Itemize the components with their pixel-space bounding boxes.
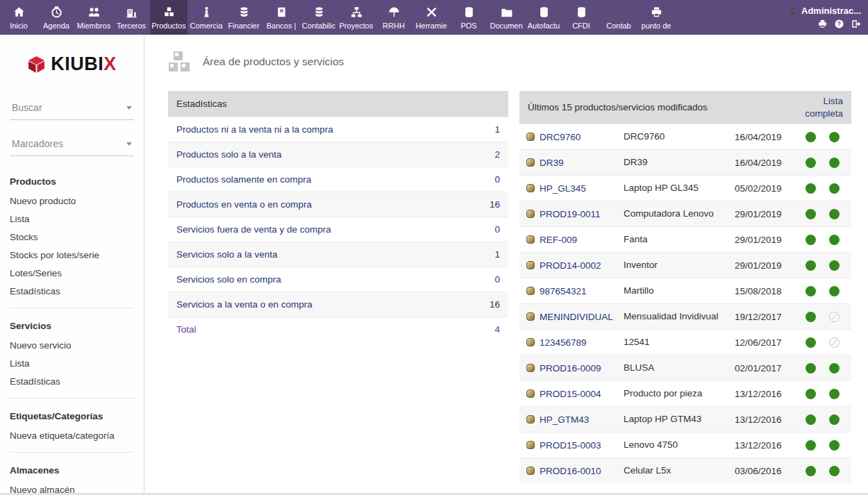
stats-row-label[interactable]: Productos solo a la venta [176, 149, 282, 160]
nav-item-punto-de[interactable]: punto de [637, 0, 675, 35]
nav-item-pos[interactable]: POS [450, 0, 487, 35]
stats-total-value[interactable]: 4 [494, 324, 500, 335]
stats-row: Productos solamente en compra0 [168, 167, 508, 192]
nav-item-herramie[interactable]: Herramie [412, 0, 450, 35]
product-ref-link[interactable]: PROD14-0002 [540, 260, 601, 271]
nav-item-bancos[interactable]: Bancos | [262, 0, 300, 35]
sidebar-header-servicios[interactable]: Servicios [10, 314, 134, 336]
table-row: PROD15-0003Lenovo 475013/12/2016 [519, 432, 851, 458]
nav-item-comercia[interactable]: Comercia [187, 0, 225, 35]
stats-row-label[interactable]: Productos solamente en compra [176, 174, 311, 185]
sidebar-item-stocks-por-lotes-serie[interactable]: Stocks por lotes/serie [10, 246, 134, 264]
nav-item-contabilic[interactable]: Contabilic [300, 0, 337, 35]
product-ref-link[interactable]: DR39 [540, 158, 564, 168]
product-label: Inventor [624, 259, 735, 271]
bookmarks-dropdown[interactable]: Marcadores [10, 134, 134, 156]
nav-item-cfdi[interactable]: CFDI [562, 0, 600, 35]
full-list-link[interactable]: Lista completa [799, 95, 843, 119]
nav-item-productos[interactable]: Productos [150, 0, 187, 35]
nav-item-miembros[interactable]: Miembros [75, 0, 112, 35]
sidebar-item-lista[interactable]: Lista [10, 210, 134, 228]
nav-item-financier[interactable]: Financier [225, 0, 262, 35]
stats-total-label[interactable]: Total [176, 324, 197, 335]
product-date: 16/04/2019 [735, 158, 794, 168]
product-label: Producto por pieza [624, 387, 735, 400]
stats-row-value[interactable]: 16 [490, 299, 500, 310]
search-dropdown[interactable]: Buscar [10, 98, 134, 120]
brand-x: X [103, 53, 117, 74]
nav-item-agenda[interactable]: Agenda [37, 0, 75, 35]
nav-item-label: Agenda [43, 22, 69, 30]
product-label: Fanta [624, 233, 735, 246]
stats-row-label[interactable]: Servicios fuera de venta y de compra [176, 224, 331, 235]
sell-status-cell [794, 235, 826, 245]
stats-row-value[interactable]: 1 [494, 249, 500, 260]
stats-row-value[interactable]: 0 [494, 174, 500, 185]
sell-status-dot [806, 312, 816, 322]
product-ref-link[interactable]: PROD15-0003 [540, 440, 601, 451]
user-menu[interactable]: Administrac... [787, 6, 861, 16]
nav-item-proyectos[interactable]: Proyectos [337, 0, 375, 35]
stats-row-label[interactable]: Servicios solo en compra [176, 274, 281, 285]
product-date: 29/01/2019 [735, 235, 794, 245]
recent-panel-header: Últimos 15 productos/servicios modificad… [519, 91, 851, 124]
nav-item-contab[interactable]: Contab [600, 0, 637, 35]
logout-icon[interactable] [851, 19, 861, 29]
sell-status-dot [806, 235, 816, 245]
nav-item-inicio[interactable]: Inicio [0, 0, 37, 35]
sidebar-item-nuevo-servicio[interactable]: Nuevo servicio [10, 336, 134, 354]
finance-icon [237, 6, 251, 19]
stats-rows: Productos ni a la venta ni a la compra1P… [168, 117, 508, 342]
stats-row-label[interactable]: Productos en venta o en compra [176, 199, 312, 210]
stats-row-label[interactable]: Servicios a la venta o en compra [176, 299, 312, 310]
sidebar-item-stocks[interactable]: Stocks [10, 228, 134, 246]
printer-icon[interactable] [817, 19, 828, 29]
nav-item-terceros[interactable]: Terceros [112, 0, 150, 35]
buy-status-cell [826, 132, 844, 142]
sidebar-item-nueva-etiqueta-categoria[interactable]: Nueva etiqueta/categoría [10, 426, 134, 444]
product-ref-link[interactable]: HP_GTM43 [540, 414, 589, 425]
table-row: PROD14-0002Inventor29/01/2019 [519, 252, 851, 278]
stats-row-value[interactable]: 0 [494, 224, 500, 235]
sidebar-header-etiquetas-categorias[interactable]: Etiquetas/Categorías [10, 405, 134, 426]
nav-item-rrhh[interactable]: RRHH [375, 0, 412, 35]
product-date: 29/01/2019 [735, 209, 794, 219]
product-ref-link[interactable]: HP_GL345 [540, 183, 586, 194]
sidebar-item-estadisticas[interactable]: Estadísticas [10, 372, 134, 390]
stats-row-value[interactable]: 0 [494, 274, 500, 285]
sell-status-dot [806, 440, 816, 451]
stats-row-label[interactable]: Servicios solo a la venta [176, 249, 278, 260]
stats-row-value[interactable]: 1 [494, 124, 500, 135]
product-ref-link[interactable]: PROD19-0011 [540, 209, 601, 219]
buy-status-cell [826, 158, 844, 168]
sidebar-header-almacenes[interactable]: Almacenes [10, 459, 134, 480]
sidebar-item-nuevo-producto[interactable]: Nuevo producto [10, 192, 134, 210]
product-ref-link[interactable]: REF-009 [540, 235, 577, 245]
sidebar-item-lista[interactable]: Lista [10, 354, 134, 372]
stats-row-value[interactable]: 16 [490, 199, 500, 210]
buy-status-cell [826, 209, 844, 219]
nav-item-documen[interactable]: Documen [487, 0, 525, 35]
sidebar-item-lotes-series[interactable]: Lotes/Series [10, 264, 134, 282]
nav-item-autofactu[interactable]: Autofactu [525, 0, 562, 35]
nav-item-label: Miembros [77, 22, 110, 30]
product-ref-link[interactable]: MENINDIVIDUAL [540, 312, 613, 322]
product-ref-link[interactable]: PROD16-0009 [540, 363, 601, 374]
menu-section-servicios: ServiciosNuevo servicioListaEstadísticas [10, 314, 134, 398]
help-icon[interactable]: ? [834, 19, 844, 29]
stats-row-value[interactable]: 2 [494, 149, 500, 160]
product-ref-link[interactable]: 123456789 [540, 337, 587, 348]
sidebar-item-estadisticas[interactable]: Estadísticas [10, 282, 134, 300]
product-ref-link[interactable]: 987654321 [540, 286, 587, 296]
menu-section-productos: ProductosNuevo productoListaStocksStocks… [10, 170, 134, 308]
documents-icon [500, 6, 513, 19]
product-ref-link[interactable]: DRC9760 [540, 132, 581, 142]
stats-row-label[interactable]: Productos ni a la venta ni a la compra [176, 124, 333, 135]
buy-status-cell [826, 363, 844, 374]
product-ref-link[interactable]: PROD15-0004 [540, 389, 601, 399]
tools-icon [425, 6, 438, 19]
sell-status-cell [794, 363, 826, 374]
product-ref-link[interactable]: PROD16-0010 [540, 466, 601, 476]
sidebar-header-productos[interactable]: Productos [10, 170, 134, 192]
user-icon [787, 6, 798, 16]
